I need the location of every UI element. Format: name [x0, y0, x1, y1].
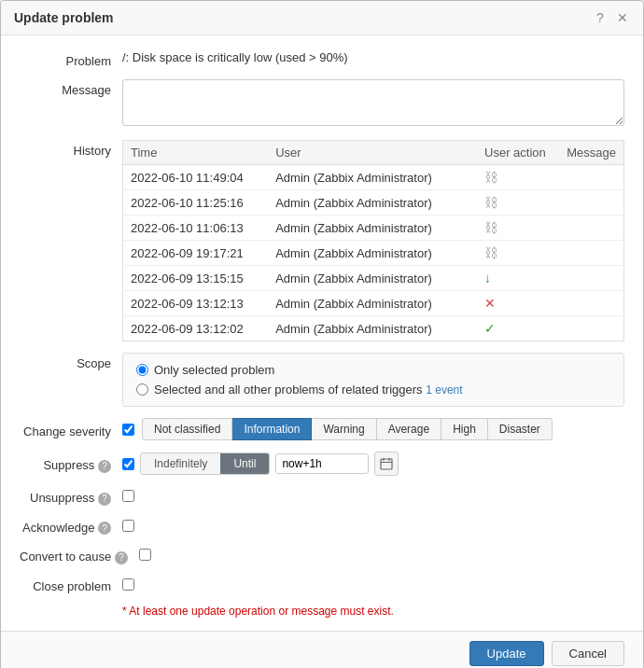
validation-section: * At least one update operation or messa… [20, 605, 624, 618]
table-row: 2022-06-09 13:12:13 Admin (Zabbix Admini… [123, 291, 624, 316]
history-tbody: 2022-06-10 11:49:04 Admin (Zabbix Admini… [123, 165, 624, 341]
dialog-header: Update problem ? ✕ [1, 1, 643, 35]
scope-option1-radio[interactable] [136, 364, 148, 376]
table-row: 2022-06-09 13:15:15 Admin (Zabbix Admini… [123, 266, 624, 291]
svg-rect-0 [381, 459, 392, 469]
help-icon[interactable]: ? [593, 10, 608, 25]
convert-row: Convert to cause ? [20, 546, 624, 564]
history-action: ⛓ [477, 190, 559, 216]
history-message [559, 216, 623, 241]
col-msg-header: Message [559, 141, 623, 165]
change-severity-row: Change severity Not classified Informati… [20, 418, 624, 440]
history-time: 2022-06-10 11:25:16 [123, 190, 269, 216]
acknowledge-row: Acknowledge ? [20, 517, 624, 536]
close-label: Close problem [20, 576, 122, 593]
history-user: Admin (Zabbix Administrator) [268, 291, 477, 316]
unlink-icon: ⛓ [484, 220, 497, 235]
suppress-help-icon[interactable]: ? [98, 460, 111, 473]
history-message [559, 316, 623, 341]
suppress-field: Indefinitely Until [122, 452, 624, 476]
col-time-header: Time [123, 141, 269, 165]
history-user: Admin (Zabbix Administrator) [268, 316, 477, 341]
down-icon: ↓ [484, 271, 491, 285]
check-icon: ✓ [484, 321, 496, 336]
message-label: Message [20, 79, 122, 97]
problem-label: Problem [20, 50, 122, 68]
history-user: Admin (Zabbix Administrator) [268, 241, 477, 266]
history-user: Admin (Zabbix Administrator) [268, 266, 477, 291]
suppress-checkbox[interactable] [122, 458, 134, 470]
close-icon[interactable]: ✕ [615, 10, 630, 25]
history-user: Admin (Zabbix Administrator) [268, 216, 477, 241]
header-icons: ? ✕ [593, 10, 630, 25]
close-checkbox[interactable] [122, 578, 134, 591]
severity-checkbox[interactable] [122, 424, 134, 436]
scope-option2-label: Selected and all other problems of relat… [154, 383, 463, 397]
close-check-row [122, 578, 624, 591]
history-table: Time User User action Message 2022-06-10… [122, 140, 624, 341]
severity-high[interactable]: High [441, 418, 488, 440]
history-message [559, 190, 623, 216]
scope-section: Only selected problem Selected and all o… [122, 353, 624, 407]
convert-check-row [139, 549, 624, 561]
suppress-indefinitely-btn[interactable]: Indefinitely [141, 453, 220, 474]
message-field [122, 79, 624, 129]
problem-row: Problem /: Disk space is critically low … [20, 50, 624, 68]
acknowledge-help-icon[interactable]: ? [98, 522, 111, 535]
cancel-button[interactable]: Cancel [552, 641, 624, 666]
suppress-until-btn[interactable]: Until [220, 453, 269, 474]
event-count: 1 event [426, 383, 462, 397]
update-button[interactable]: Update [469, 641, 544, 666]
validation-message: * At least one update operation or messa… [122, 605, 624, 618]
suppress-row: Suppress ? Indefinitely Until [20, 452, 624, 476]
history-message [559, 241, 623, 266]
change-severity-label: Change severity [20, 421, 122, 438]
history-time: 2022-06-09 13:15:15 [123, 266, 269, 291]
severity-information[interactable]: Information [232, 418, 312, 440]
history-row: History Time User User action Message 20… [20, 140, 624, 341]
calendar-icon[interactable] [374, 452, 399, 476]
acknowledge-label: Acknowledge ? [20, 517, 122, 536]
acknowledge-checkbox[interactable] [122, 520, 134, 532]
table-row: 2022-06-10 11:25:16 Admin (Zabbix Admini… [123, 190, 624, 216]
scope-option2-radio[interactable] [136, 383, 148, 396]
convert-help-icon[interactable]: ? [115, 551, 128, 564]
history-message [559, 266, 623, 291]
severity-not-classified[interactable]: Not classified [142, 418, 232, 440]
severity-average[interactable]: Average [377, 418, 441, 440]
unsuppress-field [122, 490, 624, 502]
close-field [122, 578, 624, 591]
convert-checkbox[interactable] [139, 549, 151, 561]
unlink-icon: ⛓ [484, 170, 497, 185]
dialog-title: Update problem [14, 10, 114, 25]
problem-value: /: Disk space is critically low (used > … [122, 47, 348, 64]
unlink-icon: ⛓ [484, 195, 497, 210]
acknowledge-field [122, 520, 624, 532]
suppress-datetime-input[interactable] [275, 453, 369, 474]
col-user-header: User [268, 141, 477, 165]
convert-label: Convert to cause ? [20, 546, 139, 564]
severity-warning[interactable]: Warning [312, 418, 376, 440]
col-action-header: User action [477, 141, 559, 165]
unsuppress-help-icon[interactable]: ? [98, 493, 111, 506]
table-row: 2022-06-10 11:49:04 Admin (Zabbix Admini… [123, 165, 624, 190]
unsuppress-row: Unsuppress ? [20, 487, 624, 506]
unlink-icon: ⛓ [484, 245, 497, 260]
scope-option1-label: Only selected problem [154, 363, 274, 377]
history-action: ✕ [477, 291, 559, 316]
unsuppress-label: Unsuppress ? [20, 487, 122, 506]
message-input[interactable] [122, 79, 624, 126]
change-severity-field: Not classified Information Warning Avera… [122, 418, 624, 440]
close-row: Close problem [20, 576, 624, 593]
convert-field [139, 549, 624, 561]
suppress-label: Suppress ? [20, 454, 122, 473]
history-time: 2022-06-09 13:12:13 [123, 291, 269, 316]
severity-disaster[interactable]: Disaster [488, 418, 553, 440]
unsuppress-checkbox[interactable] [122, 490, 134, 502]
history-action: ⛓ [477, 241, 559, 266]
dialog-body: Problem /: Disk space is critically low … [1, 35, 643, 631]
history-label: History [20, 140, 122, 158]
table-row: 2022-06-09 13:12:02 Admin (Zabbix Admini… [123, 316, 624, 341]
table-row: 2022-06-09 19:17:21 Admin (Zabbix Admini… [123, 241, 624, 266]
acknowledge-check-row [122, 520, 624, 532]
